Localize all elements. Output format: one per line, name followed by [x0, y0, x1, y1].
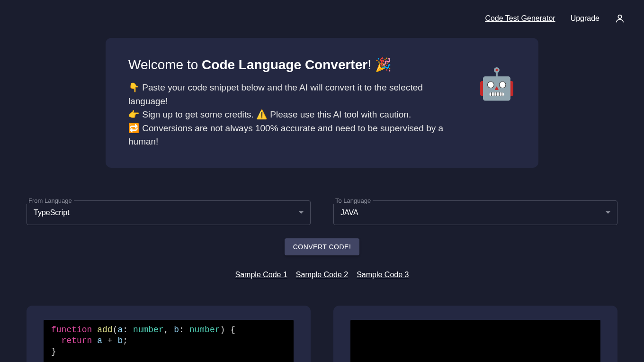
to-code-panel: [333, 306, 617, 362]
tok-ret-a: a: [92, 336, 107, 345]
header: Code Test Generator Upgrade: [0, 0, 644, 24]
tok-paren-open: (: [113, 325, 118, 335]
sample-code-2-link[interactable]: Sample Code 2: [296, 271, 348, 279]
to-code-editor[interactable]: [350, 320, 600, 362]
tok-colon: :: [179, 325, 189, 335]
from-language-col: From Language TypeScript: [27, 190, 311, 225]
from-language-label: From Language: [27, 197, 74, 204]
tok-paren-close: ): [220, 325, 225, 335]
welcome-text: Welcome to Code Language Converter! 🎉 👇 …: [128, 57, 459, 149]
tok-function: function: [51, 325, 92, 335]
tok-return: return: [62, 336, 92, 345]
welcome-line-2: 👉 Sign up to get some credits. ⚠️ Please…: [128, 108, 459, 122]
language-row: From Language TypeScript To Language JAV…: [0, 168, 644, 225]
tok-param-b: b: [174, 325, 179, 335]
from-language-value: TypeScript: [34, 208, 70, 217]
tok-param-a: a: [117, 325, 123, 335]
tok-fn-name: add: [97, 325, 112, 335]
welcome-card: Welcome to Code Language Converter! 🎉 👇 …: [106, 38, 538, 168]
from-code-panel: function add(a: number, b: number) { ret…: [27, 306, 311, 362]
convert-button[interactable]: CONVERT CODE!: [285, 238, 360, 255]
welcome-suffix: ! 🎉: [367, 57, 392, 72]
tok-brace-close: }: [51, 347, 56, 356]
code-test-generator-link[interactable]: Code Test Generator: [485, 14, 555, 23]
tok-plus: +: [107, 336, 113, 345]
welcome-bold: Code Language Converter: [202, 57, 367, 72]
robot-icon: 🤖: [478, 66, 516, 102]
tok-semi: ;: [123, 336, 128, 345]
tok-type-number: number: [133, 325, 164, 335]
tok-brace-open: {: [225, 325, 235, 335]
to-language-value: JAVA: [340, 208, 358, 217]
sample-code-3-link[interactable]: Sample Code 3: [357, 271, 409, 279]
upgrade-link[interactable]: Upgrade: [571, 14, 599, 23]
welcome-title: Welcome to Code Language Converter! 🎉: [128, 57, 459, 72]
to-language-col: To Language JAVA: [333, 190, 617, 225]
tok-colon: :: [123, 325, 133, 335]
welcome-prefix: Welcome to: [128, 57, 202, 72]
user-icon[interactable]: [615, 13, 625, 24]
sample-links: Sample Code 1 Sample Code 2 Sample Code …: [0, 271, 644, 279]
tok-ret-b: b: [113, 336, 123, 345]
tok-indent: [51, 336, 62, 345]
to-language-select[interactable]: JAVA: [333, 200, 617, 225]
code-row: function add(a: number, b: number) { ret…: [0, 279, 644, 362]
welcome-body: 👇 Paste your code snippet below and the …: [128, 81, 459, 149]
sample-code-1-link[interactable]: Sample Code 1: [235, 271, 287, 279]
tok-comma: ,: [164, 325, 174, 335]
svg-point-0: [618, 15, 621, 18]
chevron-down-icon: [299, 211, 304, 214]
tok-type-number: number: [189, 325, 220, 335]
welcome-line-3: 🔁 Conversions are not always 100% accura…: [128, 122, 459, 149]
to-language-label: To Language: [333, 197, 373, 204]
welcome-line-1: 👇 Paste your code snippet below and the …: [128, 81, 459, 108]
from-code-editor[interactable]: function add(a: number, b: number) { ret…: [44, 320, 294, 362]
chevron-down-icon: [606, 211, 610, 214]
